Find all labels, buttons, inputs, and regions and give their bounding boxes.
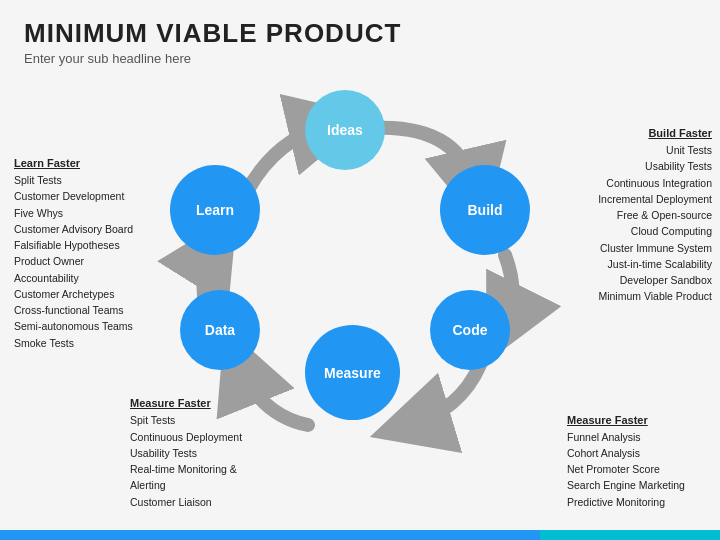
circle-learn: Learn: [170, 165, 260, 255]
circle-data: Data: [180, 290, 260, 370]
circle-measure: Measure: [305, 325, 400, 420]
circle-build: Build: [440, 165, 530, 255]
diagram: Ideas Build Code Measure Data Learn: [120, 70, 590, 470]
list-item: Search Engine Marketing: [567, 477, 712, 493]
circle-ideas: Ideas: [305, 90, 385, 170]
header: MINIMUM VIABLE PRODUCT Enter your sub he…: [0, 0, 720, 70]
list-item: Predictive Monitoring: [567, 494, 712, 510]
page-title: MINIMUM VIABLE PRODUCT: [24, 18, 696, 49]
page-subtitle: Enter your sub headline here: [24, 51, 696, 66]
slide: MINIMUM VIABLE PRODUCT Enter your sub he…: [0, 0, 720, 540]
list-item: Alerting: [130, 477, 295, 493]
list-item: Customer Liaison: [130, 494, 295, 510]
bottom-bar: [0, 530, 720, 540]
bottom-bar-blue: [0, 530, 540, 540]
bottom-bar-teal: [540, 530, 720, 540]
circle-code: Code: [430, 290, 510, 370]
